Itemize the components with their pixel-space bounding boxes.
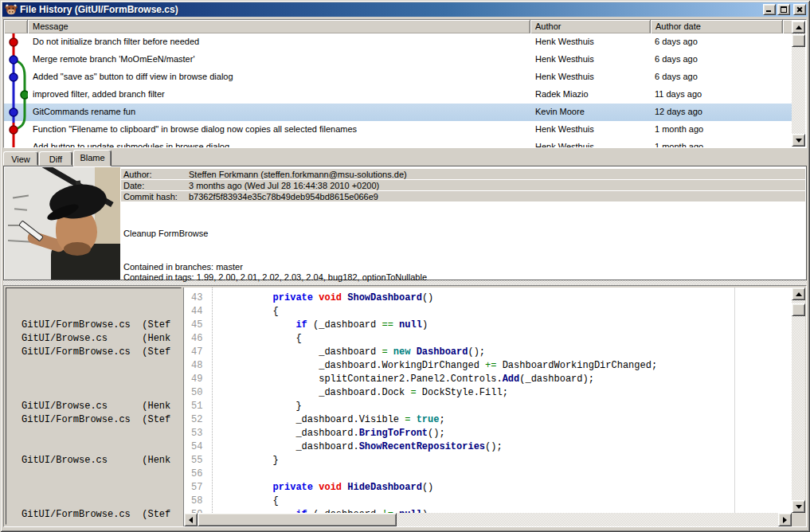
whiteboard-scribble — [13, 195, 29, 199]
blame-line[interactable] — [6, 291, 181, 305]
info-row-author: Author: Steffen Forkmann (steffen.forkma… — [121, 169, 805, 179]
app-cow-icon — [5, 3, 18, 16]
blame-line[interactable] — [6, 305, 181, 319]
arrow-left-icon — [186, 517, 193, 523]
tab-blame[interactable]: Blame — [73, 150, 112, 166]
commit-author-cell: Henk Westhuis — [535, 124, 651, 134]
code-scroll-down-button[interactable] — [792, 500, 805, 513]
info-row-date: Date: 3 months ago (Wed Jul 28 16:44:38 … — [121, 180, 805, 190]
column-header-message[interactable]: Message — [28, 20, 530, 33]
contained-tags: Contained in tags: 1.99, 2.00, 2.01, 2.0… — [123, 272, 427, 282]
blame-line[interactable] — [6, 386, 181, 400]
code-line: 51 } — [184, 400, 792, 413]
code-scroll-up-button[interactable] — [792, 288, 805, 300]
blame-line[interactable]: GitUI/FormBrowse.cs (Stef — [6, 319, 181, 332]
line-content: { — [212, 305, 279, 319]
line-number: 45 — [184, 319, 212, 332]
list-vertical-scrollbar[interactable] — [792, 21, 805, 147]
blame-line[interactable] — [6, 467, 181, 481]
info-row-hash: Commit hash: b7362f5f83934e35c78b49deb95… — [121, 191, 805, 201]
commit-author-cell: Radek Miazio — [535, 89, 651, 99]
blame-line[interactable] — [6, 373, 181, 386]
commit-message-cell: Do not initialize branch filter before n… — [33, 37, 530, 46]
commit-author-cell: Kevin Moore — [535, 107, 651, 116]
column-header-graph[interactable] — [4, 20, 28, 33]
line-number: 51 — [184, 400, 212, 413]
maximize-button[interactable] — [777, 4, 790, 15]
commit-row[interactable]: improved filter, added branch filter Rad… — [4, 86, 792, 104]
commit-row[interactable]: Do not initialize branch filter before n… — [4, 33, 792, 51]
blame-line[interactable]: GitUI/Browse.cs (Henk — [6, 454, 181, 467]
blame-line[interactable]: GitUI/FormBrowse.cs (Stef — [6, 508, 181, 522]
contained-branches: Contained in branches: master — [123, 262, 243, 272]
commit-message-cell: improved filter, added branch filter — [33, 89, 530, 99]
code-line: 55 } — [184, 454, 792, 467]
commit-row[interactable]: Add button to update submodules in brows… — [4, 139, 792, 147]
title-bar[interactable]: File History (GitUI/FormBrowse.cs) — [2, 2, 808, 17]
person-beard — [64, 242, 91, 256]
code-scroll-right-button[interactable] — [778, 513, 792, 526]
line-number: 48 — [184, 359, 212, 373]
line-content: splitContainer2.Panel2.Controls.Add(_das… — [212, 373, 594, 386]
author-photo — [5, 167, 120, 280]
line-number: 58 — [184, 495, 212, 508]
line-number: 52 — [184, 413, 212, 427]
code-vscroll-thumb[interactable] — [792, 303, 805, 316]
blame-line[interactable]: GitUI/FormBrowse.cs (Stef — [6, 413, 181, 427]
code-hscroll-thumb[interactable] — [198, 513, 397, 526]
blame-line[interactable] — [6, 495, 181, 508]
line-number: 50 — [184, 386, 212, 400]
arrow-down-icon — [796, 139, 802, 146]
code-line: 47 _dashboard = new Dashboard(); — [184, 346, 792, 359]
commit-date-cell: 6 days ago — [655, 54, 786, 64]
commit-row[interactable]: Added "save as" button to diff view in b… — [4, 68, 792, 86]
column-header-author-date[interactable]: Author date — [651, 20, 783, 33]
code-vertical-scrollbar[interactable] — [792, 288, 805, 513]
blame-line[interactable] — [6, 481, 181, 495]
blame-line[interactable] — [6, 427, 181, 440]
minimize-button[interactable] — [763, 4, 776, 15]
column-header-author[interactable]: Author — [530, 20, 651, 33]
code-scroll-left-button[interactable] — [184, 513, 198, 526]
commit-author-cell: Henk Westhuis — [535, 54, 651, 64]
tab-diff[interactable]: Diff — [39, 151, 72, 166]
line-number: 54 — [184, 440, 212, 454]
date-value: 3 months ago (Wed Jul 28 16:44:38 2010 +… — [189, 181, 379, 190]
scroll-thumb[interactable] — [792, 34, 805, 47]
commit-row[interactable]: GitCommands rename fun Kevin Moore 12 da… — [4, 104, 792, 121]
blame-line[interactable]: GitUI/Browse.cs (Henk — [6, 332, 181, 346]
code-line: 57 private void HideDashboard() — [184, 481, 792, 495]
revision-list: Message Author Author date Do not initia… — [3, 19, 807, 148]
blame-line[interactable]: GitUI/FormBrowse.cs (Stef — [6, 346, 181, 359]
blame-line[interactable] — [6, 440, 181, 454]
blame-line[interactable]: GitUI/Browse.cs (Henk — [6, 400, 181, 413]
line-content: _dashboard.BringToFront(); — [212, 427, 445, 440]
line-number: 56 — [184, 467, 212, 481]
arrow-right-icon — [783, 517, 790, 523]
scroll-down-button[interactable] — [792, 134, 805, 147]
code-horizontal-scrollbar[interactable] — [184, 513, 792, 526]
blame-commit-panel[interactable]: GitUI/FormBrowse.cs (Stef GitUI/Browse.c… — [6, 288, 182, 525]
scroll-up-button[interactable] — [792, 21, 805, 33]
code-line: 54 _dashboard.ShowRecentRepositories(); — [184, 440, 792, 454]
blame-line[interactable] — [6, 359, 181, 373]
arrow-up-icon — [796, 289, 802, 296]
arrow-up-icon — [796, 22, 802, 29]
commit-row[interactable]: Function "Filename to clipboard" in brow… — [4, 121, 792, 139]
line-number: 57 — [184, 481, 212, 495]
line-number: 46 — [184, 332, 212, 346]
tab-view[interactable]: View — [3, 151, 38, 166]
commit-row[interactable]: Merge remote branch 'MoOmEeN/master' Hen… — [4, 51, 792, 68]
code-line: 44 { — [184, 305, 792, 319]
author-label: Author: — [123, 170, 151, 179]
commit-message: Cleanup FormBrowse — [123, 229, 208, 238]
code-line: 56 — [184, 467, 792, 481]
commit-date-cell: 6 days ago — [655, 72, 786, 81]
close-button[interactable] — [793, 4, 806, 15]
code-viewer[interactable]: 43 private void ShowDashboard() 44 { 45 … — [183, 288, 805, 526]
commit-message-cell: Added "save as" button to diff view in b… — [33, 72, 530, 81]
commit-date-cell: 6 days ago — [655, 37, 786, 46]
line-number: 53 — [184, 427, 212, 440]
hash-label: Commit hash: — [123, 192, 178, 201]
line-number: 49 — [184, 373, 212, 386]
